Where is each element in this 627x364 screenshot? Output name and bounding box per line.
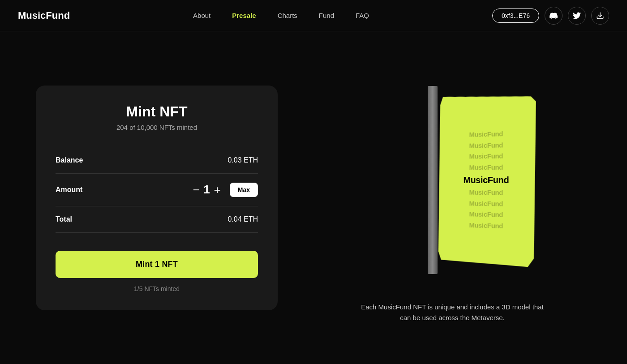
- amount-label: Amount: [56, 186, 82, 194]
- nav-right: 0xf3...E76: [492, 7, 609, 25]
- navbar: MusicFund About Presale Charts Fund FAQ …: [0, 0, 627, 31]
- nft-text-line-7: MusicFund: [447, 198, 527, 209]
- nav-logo[interactable]: MusicFund: [18, 10, 70, 21]
- balance-value: 0.03 ETH: [228, 156, 258, 164]
- wallet-button[interactable]: 0xf3...E76: [492, 9, 539, 23]
- balance-row: Balance 0.03 ETH: [56, 147, 258, 174]
- nft-text-line-2: MusicFund: [447, 139, 527, 151]
- nft-text-line-4: MusicFund: [447, 162, 527, 172]
- nft-text-line-9: MusicFund: [447, 219, 527, 231]
- amount-plus-button[interactable]: +: [212, 184, 223, 196]
- total-row: Total 0.04 ETH: [56, 206, 258, 233]
- nft-visual-section: MusicFund MusicFund MusicFund MusicFund …: [314, 73, 591, 323]
- download-icon-button[interactable]: [591, 7, 609, 25]
- nav-link-faq[interactable]: FAQ: [356, 12, 369, 19]
- amount-controls: − 1 + Max: [191, 183, 258, 197]
- nft-text-line-8: MusicFund: [447, 209, 527, 220]
- mint-button[interactable]: Mint 1 NFT: [56, 251, 258, 278]
- nft-face-text: MusicFund MusicFund MusicFund MusicFund …: [447, 128, 527, 231]
- nft-text-line-1: MusicFund: [447, 128, 527, 140]
- nav-link-fund[interactable]: Fund: [319, 12, 334, 19]
- nft-face: MusicFund MusicFund MusicFund MusicFund …: [438, 93, 536, 267]
- nav-link-presale[interactable]: Presale: [232, 12, 256, 19]
- minted-status: 1/5 NFTs minted: [56, 285, 258, 292]
- nft-text-line-3: MusicFund: [447, 150, 527, 162]
- nft-3d-container: MusicFund MusicFund MusicFund MusicFund …: [363, 73, 542, 287]
- mint-title: Mint NFT: [56, 103, 258, 120]
- nft-spine: [428, 86, 438, 274]
- discord-icon-button[interactable]: [545, 7, 563, 25]
- amount-display: 1: [202, 183, 212, 197]
- nft-text-line-5: MusicFund: [447, 173, 527, 187]
- nav-link-charts[interactable]: Charts: [278, 12, 297, 19]
- mint-card: Mint NFT 204 of 10,000 NFTs minted Balan…: [36, 86, 278, 310]
- balance-label: Balance: [56, 156, 83, 164]
- amount-row: Amount − 1 + Max: [56, 174, 258, 206]
- main-content: Mint NFT 204 of 10,000 NFTs minted Balan…: [0, 31, 627, 364]
- total-value: 0.04 ETH: [228, 215, 258, 223]
- max-button[interactable]: Max: [230, 183, 258, 197]
- download-icon: [596, 12, 604, 20]
- total-label: Total: [56, 215, 72, 223]
- mint-subtitle: 204 of 10,000 NFTs minted: [56, 124, 258, 131]
- nav-links: About Presale Charts Fund FAQ: [193, 12, 369, 19]
- twitter-icon: [573, 12, 581, 20]
- discord-icon: [550, 12, 558, 20]
- amount-minus-button[interactable]: −: [191, 184, 201, 196]
- nft-text-line-6: MusicFund: [447, 187, 527, 198]
- nft-caption: Each MusicFund NFT is unique and include…: [358, 302, 546, 323]
- twitter-icon-button[interactable]: [568, 7, 586, 25]
- nav-link-about[interactable]: About: [193, 12, 210, 19]
